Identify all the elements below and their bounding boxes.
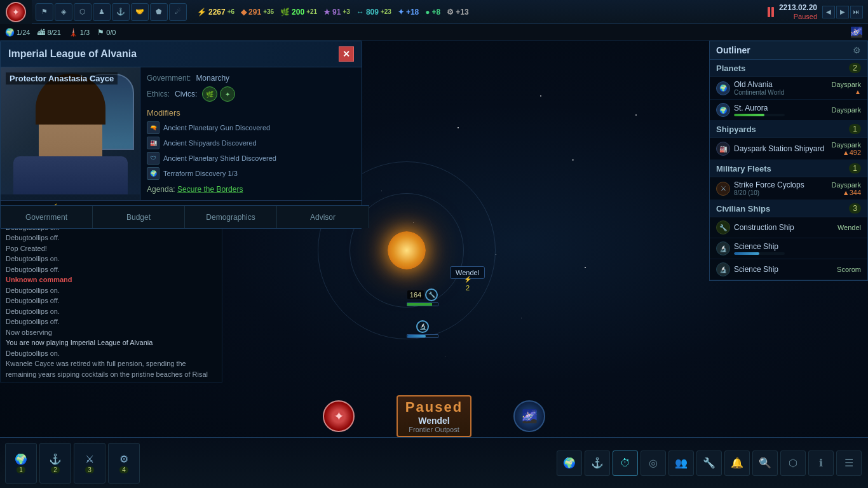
tool-btn-anchor[interactable]: ⚓ — [585, 451, 610, 476]
government-value: Monarchy — [196, 74, 229, 83]
tool-btn-search[interactable]: 🔍 — [752, 451, 778, 476]
tool-btn-clock[interactable]: ⏱ — [613, 451, 638, 476]
log-entry: Pop Created! — [6, 243, 217, 254]
outliner-section-planets[interactable]: Planets 2 — [710, 60, 867, 77]
resource-food: 🌿 200 +21 — [280, 8, 317, 17]
tool-btn-target[interactable]: ◎ — [641, 451, 666, 476]
galaxy-preview-icon: 🌌 — [522, 409, 538, 424]
modifier-icon-2: 🏭 — [147, 137, 159, 149]
outliner-shipyard-dayspark[interactable]: 🏭 Dayspark Station Shipyard Dayspark ▲49… — [710, 138, 867, 160]
speed-controls: ◀ ▶ ⏭ — [822, 6, 863, 18]
tool-btn-planet[interactable]: 🌍 — [557, 451, 582, 476]
planet-loc-st-aurora: Dayspark — [832, 106, 861, 114]
outliner-header: Outliner ⚙ — [710, 41, 867, 60]
outliner-section-shipyards[interactable]: Shipyards 1 — [710, 121, 867, 138]
tool-btn-menu[interactable]: ☰ — [836, 451, 862, 476]
science-ship-2-name: Science Ship — [734, 265, 833, 274]
top-icon-crisis[interactable]: ☄ — [169, 3, 187, 21]
government-row: Government: Monarchy — [147, 74, 355, 83]
notif-tab-2[interactable]: ⚓ 2 — [39, 443, 71, 484]
play-btn[interactable]: ▶ — [836, 6, 849, 18]
resource-alloys: ⚙ +13 — [447, 8, 468, 17]
topbar: ✦ ⚑ ◈ ⬡ ♟ ⚓ 🤝 ⬟ ☄ ⚡ 2267 +6 ◆ 291 +36 🌿 … — [0, 0, 868, 24]
ship-marker-1[interactable]: 164 🔧 — [407, 288, 438, 306]
ship-marker-2[interactable]: 🔬 — [407, 320, 438, 338]
energy-icon: ⚡ — [197, 8, 207, 17]
influence-icon: ● — [425, 8, 430, 17]
top-resources: ⚡ 2267 +6 ◆ 291 +36 🌿 200 +21 ★ 91 +3 ↔ … — [191, 8, 475, 17]
top-icon-leader[interactable]: ♟ — [93, 3, 111, 21]
tab-budget[interactable]: Budget — [93, 206, 185, 228]
shipyard-info-dayspark: Dayspark Station Shipyard — [734, 144, 828, 153]
top-icon-federation[interactable]: ⬟ — [150, 3, 168, 21]
notif-tab-3[interactable]: ⚔ 3 — [74, 443, 105, 484]
science-ship-1-info: Science Ship — [734, 242, 857, 255]
notif-num-2: 2 — [51, 466, 60, 473]
districts-icon: 🏙 — [37, 28, 45, 37]
pops-icon: 🌍 — [5, 28, 15, 37]
tool-btn-filter[interactable]: ⬡ — [780, 451, 806, 476]
outliner-settings-icon[interactable]: ⚙ — [853, 45, 861, 55]
ship-2-hp-bar — [407, 334, 438, 338]
top-icon-flag[interactable]: ⚑ — [36, 3, 53, 21]
districts-value: 8/21 — [47, 29, 60, 36]
portrait-clothing — [13, 156, 128, 194]
alloys-income: +13 — [456, 8, 468, 17]
pause-location-name: Wendel — [405, 416, 463, 426]
empire-logo[interactable]: ✦ — [0, 0, 32, 24]
planet-right-old-alvania: Dayspark ▲ — [832, 81, 861, 95]
outliner-planet-old-alvania[interactable]: 🌍 Old Alvania Continental World Dayspark… — [710, 77, 867, 100]
modifier-icon-1: 🔫 — [147, 121, 159, 134]
alloys-icon: ⚙ — [447, 8, 454, 17]
leader-portrait — [1, 67, 140, 194]
notif-tab-1[interactable]: 🌍 1 — [5, 443, 37, 484]
outliner-construction-ship[interactable]: 🔧 Construction Ship Wendel — [710, 217, 867, 238]
log-entry: Debugtoollips off. — [6, 264, 217, 275]
outliner-planet-st-aurora[interactable]: 🌍 St. Aurora Dayspark — [710, 100, 867, 121]
outliner-science-ship-1[interactable]: 🔬 Science Ship — [710, 238, 867, 259]
civics-label-text: Civics: — [175, 90, 197, 98]
resource-energy: ⚡ 2267 +6 — [197, 8, 234, 17]
pause-icon[interactable] — [768, 7, 774, 17]
outliner-science-ship-2[interactable]: 🔬 Science Ship Scorom — [710, 259, 867, 280]
outliner-fleet-cyclops[interactable]: ⚔ Strike Force Cyclops 8/20 (10) Dayspar… — [710, 177, 867, 200]
influence-value: 0/0 — [106, 29, 116, 36]
galaxy-icon-btn[interactable]: 🌌 — [850, 26, 863, 38]
tab-advisor[interactable]: Advisor — [277, 206, 369, 228]
ship-hp-display: 164 🔧 — [407, 288, 438, 301]
notif-icon-4: ⚙ — [119, 453, 128, 465]
agenda-link[interactable]: Secure the Borders — [177, 185, 243, 194]
secondbar: 🌍 1/24 🏙 8/21 🗼 1/3 ⚑ 0/0 🌌 — [0, 24, 868, 41]
top-icon-map[interactable]: ◈ — [55, 3, 72, 21]
ethics-label: Ethics: — [147, 90, 170, 98]
trade-value: 809 — [366, 8, 379, 17]
trade-icon: ↔ — [356, 8, 364, 17]
notif-tab-4[interactable]: ⚙ 4 — [108, 443, 140, 484]
tab-government[interactable]: Government — [1, 206, 93, 228]
resource-trade: ↔ 809 +23 — [356, 8, 391, 17]
ship-2-hp-fill — [407, 335, 426, 337]
top-icon-fleet[interactable]: ⚓ — [112, 3, 130, 21]
tool-btn-group[interactable]: 👥 — [668, 451, 694, 476]
lightning-icon: ⚡ — [464, 276, 471, 283]
pause-map-icon: 🌌 — [513, 400, 545, 432]
tool-btn-info[interactable]: ℹ — [808, 451, 834, 476]
pops-value: 1/24 — [17, 29, 30, 36]
next-speed-btn[interactable]: ⏭ — [850, 6, 863, 18]
left-panel: Imperial League of Alvania ✕ Protector A… — [0, 41, 362, 229]
shipyard-name-dayspark: Dayspark Station Shipyard — [734, 144, 828, 153]
influence-indicator-icon: ⚑ — [97, 28, 104, 37]
tab-demographics[interactable]: Demographics — [185, 206, 277, 228]
science-ship-2-icon: 🔬 — [716, 262, 730, 276]
resource-unity: ✦ +18 — [398, 8, 419, 17]
tool-btn-alert[interactable]: 🔔 — [724, 451, 750, 476]
outliner-section-civilian[interactable]: Civilian Ships 3 — [710, 200, 867, 217]
close-panel-button[interactable]: ✕ — [339, 46, 354, 62]
minerals-income: +36 — [263, 8, 274, 15]
outliner-section-military[interactable]: Military Fleets 1 — [710, 160, 867, 177]
top-icon-tech[interactable]: ⬡ — [74, 3, 92, 21]
construction-ship-loc: Wendel — [837, 224, 861, 231]
top-icon-diplomacy[interactable]: 🤝 — [131, 3, 149, 21]
tool-btn-wrench[interactable]: 🔧 — [696, 451, 722, 476]
prev-speed-btn[interactable]: ◀ — [822, 6, 835, 18]
